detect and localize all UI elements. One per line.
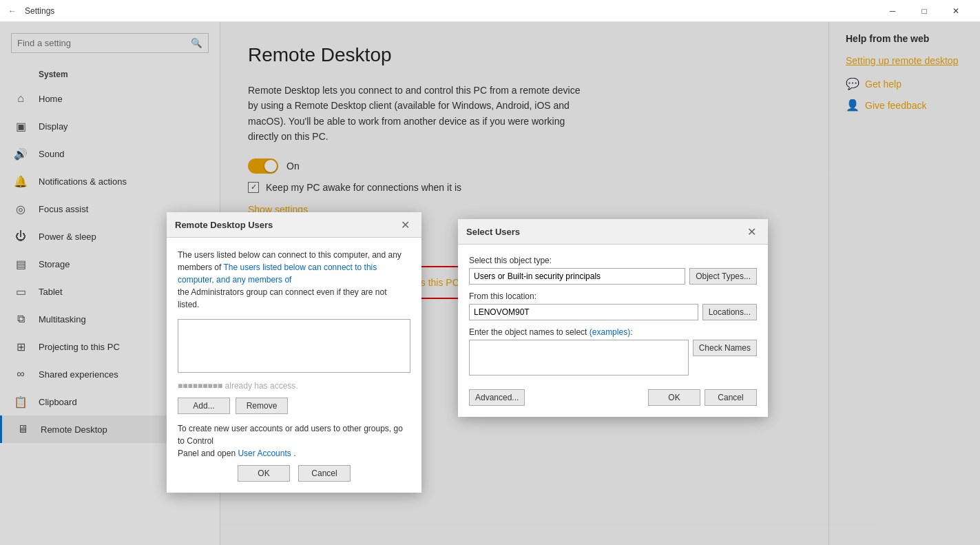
object-types-button[interactable]: Object Types... bbox=[689, 268, 757, 285]
app-title: Settings bbox=[25, 6, 54, 16]
rdu-footer-text: To create new user accounts or add users… bbox=[178, 422, 410, 460]
advanced-button[interactable]: Advanced... bbox=[469, 389, 525, 406]
location-label: From this location: bbox=[469, 291, 757, 301]
rdu-action-buttons: Add... Remove bbox=[178, 398, 410, 414]
examples-link[interactable]: (examples) bbox=[590, 327, 630, 337]
rdu-add-button[interactable]: Add... bbox=[178, 398, 230, 414]
location-input[interactable] bbox=[469, 304, 698, 320]
su-close-button[interactable]: ✕ bbox=[743, 223, 760, 240]
su-cancel-button[interactable]: Cancel bbox=[705, 389, 757, 406]
su-ok-button[interactable]: OK bbox=[648, 389, 700, 406]
location-row: Locations... bbox=[469, 304, 757, 320]
rdu-dialog-title: Remote Desktop Users bbox=[175, 220, 273, 230]
rdu-access-username: ■■■■■■■■■ bbox=[178, 381, 222, 391]
su-advanced-area: Advanced... bbox=[469, 389, 525, 406]
locations-button[interactable]: Locations... bbox=[702, 304, 757, 320]
rdu-description: The users listed below can connect to th… bbox=[178, 249, 410, 311]
titlebar: ← Settings ─ □ ✕ bbox=[0, 0, 980, 22]
rdu-ok-cancel-buttons: OK Cancel bbox=[178, 465, 410, 482]
rdu-ok-button[interactable]: OK bbox=[238, 465, 290, 482]
names-label: Enter the object names to select (exampl… bbox=[469, 327, 757, 337]
su-dialog-titlebar: Select Users ✕ bbox=[458, 219, 768, 245]
rdu-cancel-button[interactable]: Cancel bbox=[298, 465, 351, 482]
object-type-row: Object Types... bbox=[469, 268, 757, 285]
rdu-close-button[interactable]: ✕ bbox=[397, 216, 413, 233]
minimize-button[interactable]: ─ bbox=[877, 0, 908, 22]
su-dialog-title: Select Users bbox=[466, 227, 520, 237]
object-type-input[interactable] bbox=[469, 268, 685, 285]
check-names-button[interactable]: Check Names bbox=[693, 340, 757, 356]
rdu-access-text: ■■■■■■■■■ already has access. bbox=[178, 381, 410, 391]
close-button[interactable]: ✕ bbox=[940, 0, 972, 22]
window-controls: ─ □ ✕ bbox=[877, 0, 972, 22]
rdu-remove-button[interactable]: Remove bbox=[236, 398, 288, 414]
object-type-label: Select this object type: bbox=[469, 256, 757, 265]
user-accounts-link[interactable]: User Accounts bbox=[238, 449, 291, 458]
rdu-dialog-titlebar: Remote Desktop Users ✕ bbox=[167, 212, 421, 238]
su-dialog-content: Select this object type: Object Types...… bbox=[458, 245, 768, 417]
rdu-dialog-content: The users listed below can connect to th… bbox=[167, 238, 421, 493]
select-users-dialog: Select Users ✕ Select this object type: … bbox=[458, 219, 768, 417]
remote-desktop-users-dialog: Remote Desktop Users ✕ The users listed … bbox=[167, 212, 421, 493]
rdu-users-listbox[interactable] bbox=[178, 319, 410, 373]
su-ok-cancel-buttons: OK Cancel bbox=[648, 389, 757, 406]
maximize-button[interactable]: □ bbox=[908, 0, 940, 22]
names-input[interactable] bbox=[469, 340, 689, 376]
back-button[interactable]: ← bbox=[8, 6, 17, 16]
